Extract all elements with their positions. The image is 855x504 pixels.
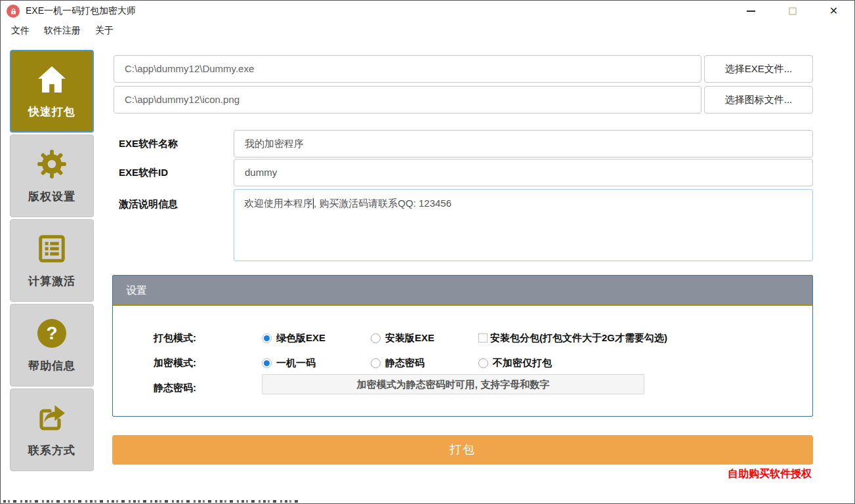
radio-unselected-icon xyxy=(371,333,381,343)
static-password-row: 静态密码: xyxy=(154,381,262,395)
static-password-label: 静态密码: xyxy=(154,382,262,394)
radio-selected-icon xyxy=(262,333,272,343)
sidebar-item-label: 快速打包 xyxy=(28,104,75,119)
radio-no-encrypt[interactable]: 不加密仅打包 xyxy=(478,357,552,369)
list-icon xyxy=(37,232,67,265)
buy-license-link[interactable]: 自助购买软件授权 xyxy=(728,467,812,481)
exe-id-label: EXE软件ID xyxy=(119,159,168,186)
sidebar-item-label: 联系方式 xyxy=(28,443,75,458)
radio-static-password[interactable]: 静态密码 xyxy=(371,357,478,369)
menu-item-register[interactable]: 软件注册 xyxy=(37,23,88,39)
choose-exe-button[interactable]: 选择EXE文件... xyxy=(704,55,813,83)
settings-panel: 设置 打包模式: 绿色版EXE 安装版EXE 安装包分包(打包文件大于2G才需要… xyxy=(112,275,813,417)
clipped-marquee-text xyxy=(3,500,302,503)
radio-unselected-icon xyxy=(371,358,381,368)
textarea-text: 欢迎使用本程序 xyxy=(244,198,313,209)
app-window: EXE一机一码打包加密大师 ✕ 文件 软件注册 关于 快速打包 xyxy=(0,0,855,504)
radio-installer-exe[interactable]: 安装版EXE xyxy=(371,332,478,345)
gear-icon xyxy=(35,148,68,180)
exe-id-input[interactable]: dummy xyxy=(234,159,813,186)
sidebar-item-copyright[interactable]: 版权设置 xyxy=(10,135,94,217)
icon-path-input[interactable]: C:\app\dummy12\icon.png xyxy=(114,86,701,114)
home-icon xyxy=(36,63,68,96)
checkbox-icon xyxy=(478,333,488,343)
sidebar-item-label: 计算激活 xyxy=(28,274,75,289)
activation-info-label: 激活说明信息 xyxy=(119,190,178,218)
sidebar-item-contact[interactable]: 联系方式 xyxy=(10,388,94,471)
minimize-button[interactable] xyxy=(730,1,772,22)
encrypt-mode-label: 加密模式: xyxy=(154,357,262,369)
maximize-button[interactable] xyxy=(772,1,813,22)
sidebar-item-label: 版权设置 xyxy=(28,189,75,204)
lock-icon xyxy=(7,5,20,18)
sidebar-item-help[interactable]: 帮助信息 xyxy=(10,304,94,387)
pack-button[interactable]: 打包 xyxy=(112,435,813,465)
exe-name-input[interactable]: 我的加密程序 xyxy=(234,130,813,158)
radio-selected-icon xyxy=(262,358,272,368)
radio-unselected-icon xyxy=(478,358,488,368)
textarea-text: , 购买激活码请联系QQ: 123456 xyxy=(314,198,451,209)
window-controls: ✕ xyxy=(730,1,854,22)
checkbox-split-package[interactable]: 安装包分包(打包文件大于2G才需要勾选) xyxy=(478,332,667,345)
window-title: EXE一机一码打包加密大师 xyxy=(26,5,136,17)
activation-info-textarea[interactable]: 欢迎使用本程序, 购买激活码请联系QQ: 123456 xyxy=(234,189,813,261)
radio-one-machine-one-code[interactable]: 一机一码 xyxy=(262,357,371,369)
sidebar-item-calc-activation[interactable]: 计算激活 xyxy=(10,219,94,302)
menu-bar: 文件 软件注册 关于 xyxy=(1,22,121,40)
close-icon: ✕ xyxy=(829,6,838,16)
radio-green-exe[interactable]: 绿色版EXE xyxy=(262,332,371,345)
sidebar-item-quick-pack[interactable]: 快速打包 xyxy=(10,50,94,133)
minimize-icon xyxy=(747,10,755,12)
menu-item-file[interactable]: 文件 xyxy=(4,23,37,39)
menu-item-about[interactable]: 关于 xyxy=(88,23,121,39)
pack-mode-label: 打包模式: xyxy=(154,332,262,345)
title-bar: EXE一机一码打包加密大师 ✕ xyxy=(1,1,854,22)
share-icon xyxy=(36,402,68,434)
static-password-input: 加密模式为静态密码时可用, 支持字母和数字 xyxy=(262,374,644,394)
pack-mode-row: 打包模式: 绿色版EXE 安装版EXE 安装包分包(打包文件大于2G才需要勾选) xyxy=(154,331,667,345)
settings-panel-title: 设置 xyxy=(113,276,812,306)
close-button[interactable]: ✕ xyxy=(813,1,854,22)
choose-icon-button[interactable]: 选择图标文件... xyxy=(704,86,813,114)
question-icon xyxy=(37,317,66,350)
exe-name-label: EXE软件名称 xyxy=(119,130,178,158)
encrypt-mode-row: 加密模式: 一机一码 静态密码 不加密仅打包 xyxy=(154,356,552,370)
maximize-icon xyxy=(789,7,797,15)
exe-path-input[interactable]: C:\app\dummy12\Dummy.exe xyxy=(114,55,701,83)
sidebar-item-label: 帮助信息 xyxy=(28,358,75,373)
